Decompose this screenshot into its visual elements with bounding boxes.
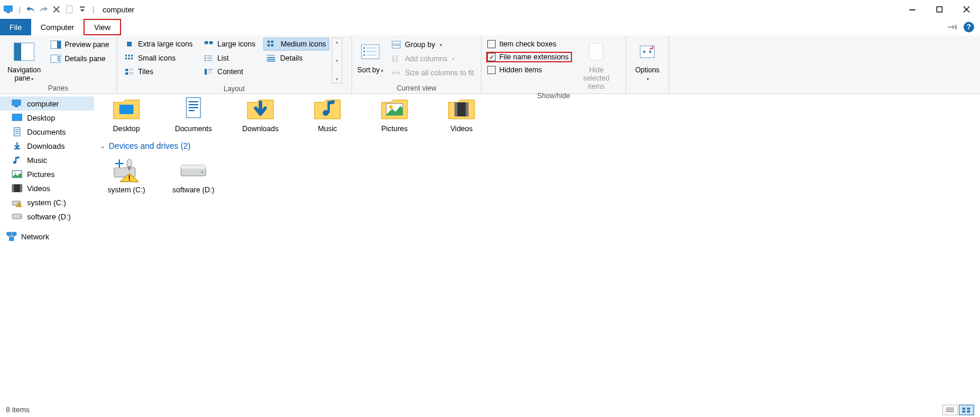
layout-small-icons[interactable]: Small icons (122, 52, 195, 64)
item-label: Desktop (113, 125, 140, 133)
sidebar-item-label: Downloads (27, 142, 65, 151)
group-by-button[interactable]: Group by▾ (389, 39, 476, 51)
svg-rect-69 (15, 129, 19, 130)
maximize-button[interactable] (926, 0, 953, 19)
add-columns-button[interactable]: Add columns▾ (389, 53, 476, 65)
svg-rect-90 (189, 107, 198, 108)
undo-icon[interactable] (25, 4, 36, 15)
monitor-icon (12, 99, 22, 108)
layout-list[interactable]: List (201, 52, 258, 64)
delete-icon[interactable] (51, 4, 62, 15)
svg-rect-91 (189, 110, 195, 111)
item-label: Downloads (242, 125, 279, 133)
view-mode-details-button[interactable] (942, 405, 958, 415)
svg-rect-13 (58, 56, 60, 57)
hide-selected-items-button[interactable]: Hide selected items (577, 38, 616, 91)
svg-rect-3 (80, 6, 85, 8)
redo-icon[interactable] (38, 4, 49, 15)
file-name-extensions-toggle[interactable]: ✓File name extensions (486, 52, 572, 62)
svg-rect-114 (962, 411, 965, 413)
sidebar-item-videos[interactable]: Videos (0, 181, 94, 195)
svg-rect-89 (189, 104, 198, 105)
layout-gallery-scroll[interactable]: ▴▾▾ (332, 38, 342, 84)
close-button[interactable] (953, 0, 980, 19)
hidden-items-toggle[interactable]: Hidden items (486, 65, 572, 75)
svg-rect-27 (128, 58, 130, 59)
svg-rect-57 (392, 41, 400, 44)
minimize-button[interactable] (899, 0, 926, 19)
sidebar-item-network[interactable]: Network (0, 229, 94, 243)
svg-rect-110 (946, 409, 954, 411)
main-view: Desktop Documents Downloads Music Pictur… (94, 94, 980, 403)
layout-details[interactable]: Details (263, 52, 329, 64)
svg-rect-10 (57, 41, 61, 49)
svg-rect-83 (7, 232, 11, 235)
layout-large-icons[interactable]: Large icons (201, 38, 258, 51)
svg-point-73 (14, 161, 16, 164)
svg-rect-23 (125, 55, 127, 56)
sidebar-item-pictures[interactable]: Pictures (0, 167, 94, 181)
svg-rect-66 (15, 106, 18, 107)
tab-view[interactable]: View (83, 19, 121, 35)
sidebar-item-system-drive[interactable]: ! system (C:) (0, 195, 94, 209)
drive-item-software[interactable]: software (D:) (167, 155, 220, 194)
minimize-ribbon-icon[interactable] (947, 24, 958, 31)
drive-item-system[interactable]: ! system (C:) (100, 155, 153, 194)
folder-item-pictures[interactable]: Pictures (368, 94, 421, 133)
svg-rect-14 (58, 58, 60, 59)
layout-tiles[interactable]: Tiles (122, 66, 195, 78)
folder-item-desktop[interactable]: Desktop (100, 94, 153, 133)
sidebar-item-label: Desktop (27, 114, 55, 122)
folder-music-icon (312, 94, 343, 122)
folder-item-videos[interactable]: Videos (435, 94, 488, 133)
options-button[interactable]: Options▾ (631, 38, 664, 82)
folder-item-downloads[interactable]: Downloads (234, 94, 287, 133)
svg-rect-18 (209, 41, 213, 44)
sidebar-item-downloads[interactable]: Downloads (0, 139, 94, 153)
svg-rect-6 (955, 25, 956, 29)
svg-rect-24 (128, 55, 130, 56)
ribbon-group-layout: Extra large icons Large icons Medium ico… (117, 35, 352, 94)
navigation-pane-button[interactable]: Navigation pane▾ (5, 38, 44, 82)
svg-point-75 (15, 172, 16, 174)
svg-rect-107 (181, 165, 206, 169)
svg-point-82 (19, 216, 21, 217)
folder-item-music[interactable]: Music (301, 94, 354, 133)
sidebar-item-computer[interactable]: computer (0, 96, 94, 111)
svg-rect-86 (119, 105, 133, 114)
preview-pane-button[interactable]: Preview pane (48, 39, 112, 51)
help-icon[interactable]: ? (964, 22, 974, 32)
svg-rect-36 (267, 57, 275, 58)
details-pane-button[interactable]: Details pane (48, 53, 112, 65)
svg-rect-72 (14, 148, 20, 149)
svg-rect-77 (12, 185, 14, 192)
layout-medium-icons[interactable]: Medium icons (263, 38, 329, 51)
svg-rect-112 (962, 408, 965, 410)
layout-extra-large-icons[interactable]: Extra large icons (122, 38, 195, 51)
layout-content[interactable]: Content (201, 66, 258, 78)
sidebar-item-software-drive[interactable]: software (D:) (0, 209, 94, 223)
sidebar-item-documents[interactable]: Documents (0, 125, 94, 139)
view-mode-icons-button[interactable] (959, 405, 974, 415)
sort-by-button[interactable]: Sort by▾ (357, 38, 384, 74)
drive-software-icon (178, 155, 209, 184)
folder-item-documents[interactable]: Documents (167, 94, 220, 133)
sidebar-item-music[interactable]: Music (0, 153, 94, 167)
properties-icon[interactable] (64, 4, 75, 15)
section-devices-drives[interactable]: ⌄ Devices and drives (2) (100, 141, 974, 151)
sidebar-item-desktop[interactable]: Desktop (0, 111, 94, 125)
size-columns-button[interactable]: Size all columns to fit (389, 67, 476, 79)
sidebar-item-label: Music (27, 156, 47, 165)
svg-point-64 (649, 51, 651, 53)
item-check-boxes-toggle[interactable]: Item check boxes (486, 39, 572, 49)
window-controls (899, 0, 980, 19)
svg-rect-35 (267, 55, 275, 56)
svg-rect-38 (267, 61, 275, 62)
chevron-down-icon: ⌄ (100, 142, 105, 150)
ribbon-tabs: File Computer View ? (0, 19, 980, 35)
tab-file[interactable]: File (0, 19, 31, 35)
qat-dropdown-icon[interactable] (77, 4, 88, 15)
tab-computer[interactable]: Computer (31, 19, 83, 35)
ribbon-group-current-view-label: Current view (357, 84, 476, 92)
svg-rect-1 (6, 12, 10, 13)
